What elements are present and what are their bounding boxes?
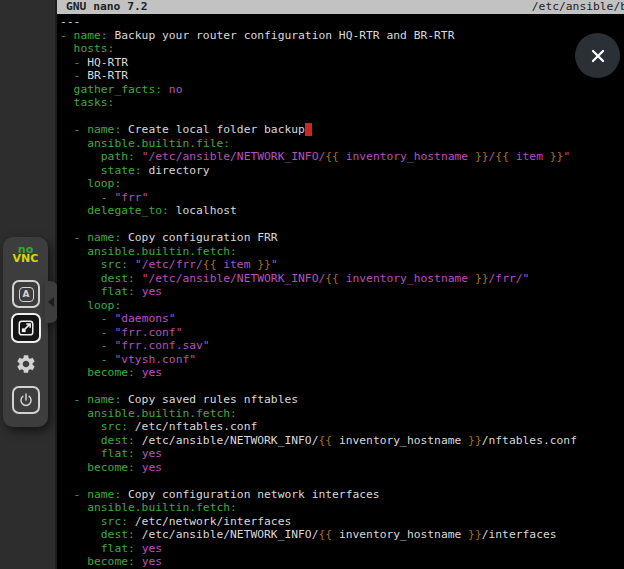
code-segment: "frr" xyxy=(114,191,148,204)
code-segment: - xyxy=(60,312,114,325)
code-line: hosts: xyxy=(60,42,624,56)
extra-keys-button[interactable]: A xyxy=(12,280,40,308)
code-segment: /etc/ansible/NETWORK_INFO/ xyxy=(135,528,319,541)
code-segment xyxy=(135,555,142,568)
code-segment xyxy=(135,461,142,474)
code-segment: item xyxy=(216,258,257,271)
code-segment: ansible.builtin.file: xyxy=(60,137,230,150)
code-segment xyxy=(135,272,142,285)
vnc-control-panel: no VNC A xyxy=(3,237,48,427)
code-segment: }} xyxy=(550,150,564,163)
code-segment: "daemons" xyxy=(114,312,175,325)
settings-button[interactable] xyxy=(12,350,40,378)
code-line: - name: Copy configuration network inter… xyxy=(60,488,624,502)
nano-titlebar: GNU nano 7.2 /etc/ansible/b xyxy=(57,0,624,14)
code-segment xyxy=(135,285,142,298)
code-segment: become: xyxy=(60,555,135,568)
code-line: dest: /etc/ansible/NETWORK_INFO/{{ inven… xyxy=(60,528,624,542)
code-segment: - xyxy=(60,191,114,204)
code-line: become: yes xyxy=(60,461,624,475)
power-icon xyxy=(18,392,34,408)
code-segment: directory xyxy=(142,164,210,177)
close-button[interactable] xyxy=(575,33,620,78)
code-segment: inventory_hostname xyxy=(332,528,468,541)
code-segment: item xyxy=(509,150,550,163)
code-segment: flat: xyxy=(60,285,135,298)
code-line: src: /etc/network/interfaces xyxy=(60,515,624,529)
code-segment: hosts: xyxy=(60,42,114,55)
code-segment: " xyxy=(563,150,570,163)
code-segment: yes xyxy=(142,555,162,568)
code-line: - name: Backup your router configuration… xyxy=(60,29,624,43)
code-line: ansible.builtin.fetch: xyxy=(60,407,624,421)
code-segment: "vtysh.conf" xyxy=(114,353,196,366)
code-segment: {{ xyxy=(495,150,509,163)
code-line: ansible.builtin.file: xyxy=(60,137,624,151)
nano-version: GNU nano 7.2 xyxy=(66,0,148,14)
code-line xyxy=(60,474,624,488)
code-line: - "frr" xyxy=(60,191,624,205)
code-line: - "daemons" xyxy=(60,312,624,326)
code-segment: }} xyxy=(468,528,482,541)
code-segment: - name: xyxy=(60,29,108,42)
code-line: loop: xyxy=(60,299,624,313)
code-line: src: "/etc/frr/{{ item }}" xyxy=(60,258,624,272)
disconnect-button[interactable] xyxy=(12,386,40,414)
code-segment: ansible.builtin.fetch: xyxy=(60,501,237,514)
code-line: flat: yes xyxy=(60,542,624,556)
code-segment xyxy=(135,447,142,460)
code-segment: tasks: xyxy=(60,96,114,109)
code-line: dest: /etc/ansible/NETWORK_INFO/{{ inven… xyxy=(60,434,624,448)
code-segment: "/etc/ansible/NETWORK_INFO/ xyxy=(142,150,326,163)
nano-filename: /etc/ansible/b xyxy=(532,0,624,14)
code-segment: Copy configuration FRR xyxy=(121,231,277,244)
code-segment: yes xyxy=(142,285,162,298)
code-line xyxy=(60,110,624,124)
code-segment: "frr.conf" xyxy=(114,326,182,339)
code-segment: flat: xyxy=(60,542,135,555)
code-segment: - xyxy=(60,326,114,339)
code-segment: - xyxy=(60,56,87,69)
code-segment: "/etc/frr/ xyxy=(135,258,203,271)
code-segment: /interfaces xyxy=(482,528,557,541)
code-segment: - xyxy=(60,353,114,366)
code-segment: --- xyxy=(60,15,80,28)
code-segment: }} xyxy=(468,434,482,447)
code-line: gather_facts: no xyxy=(60,83,624,97)
code-line: - name: Copy saved rules nftables xyxy=(60,393,624,407)
code-line: delegate_to: localhost xyxy=(60,204,624,218)
novnc-logo: no VNC xyxy=(3,245,48,263)
code-line: ansible.builtin.fetch: xyxy=(60,501,624,515)
code-segment: - name: xyxy=(60,393,121,406)
keyboard-key-icon: A xyxy=(19,287,34,302)
code-segment: no xyxy=(169,83,183,96)
editor-area[interactable]: ---- name: Backup your router configurat… xyxy=(60,15,624,569)
code-segment: {{ xyxy=(318,434,332,447)
terminal-window: GNU nano 7.2 /etc/ansible/b ---- name: B… xyxy=(57,0,624,569)
code-line: --- xyxy=(60,15,624,29)
code-segment: localhost xyxy=(169,204,237,217)
code-segment: loop: xyxy=(60,177,121,190)
code-line: - name: Create local folder backup xyxy=(60,123,624,137)
text-cursor xyxy=(305,123,312,136)
code-segment: dest: xyxy=(60,434,135,447)
fullscreen-button[interactable] xyxy=(11,313,41,343)
code-segment: {{ xyxy=(203,258,217,271)
code-segment: dest: xyxy=(60,272,135,285)
code-segment: ansible.builtin.fetch: xyxy=(60,407,237,420)
code-segment: HQ-RTR xyxy=(87,56,128,69)
code-line: - "vtysh.conf" xyxy=(60,353,624,367)
code-line: - name: Copy configuration FRR xyxy=(60,231,624,245)
code-segment: yes xyxy=(142,461,162,474)
code-segment: gather_facts: xyxy=(60,83,162,96)
novnc-logo-line2: VNC xyxy=(3,254,48,263)
code-segment: - name: xyxy=(60,123,121,136)
collapse-arrow-icon xyxy=(48,297,54,307)
code-line: - BR-RTR xyxy=(60,69,624,83)
code-line xyxy=(60,380,624,394)
code-segment xyxy=(135,150,142,163)
code-segment: become: xyxy=(60,461,135,474)
code-segment: loop: xyxy=(60,299,121,312)
code-segment: - xyxy=(60,339,114,352)
code-segment: - xyxy=(60,69,87,82)
